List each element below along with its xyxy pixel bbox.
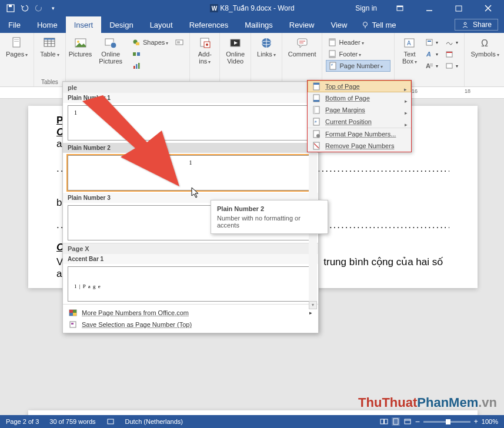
screenshot-button[interactable] [173, 36, 186, 48]
footer-button[interactable]: Footer [326, 48, 390, 60]
qat-customize-icon[interactable]: ▾ [48, 4, 58, 13]
gallery-save-label: Save Selection as Page Number (Top) [82, 321, 192, 328]
pages-icon [11, 36, 24, 49]
save-selection-icon [69, 320, 77, 329]
signature-button[interactable]: ▾ [443, 36, 460, 48]
online-pictures-icon [104, 36, 117, 49]
links-button[interactable]: Links [255, 35, 278, 59]
maximize-icon[interactable] [445, 0, 472, 16]
tab-home[interactable]: Home [29, 16, 66, 33]
addins-button[interactable]: Add-ins [193, 35, 216, 66]
tab-file[interactable]: File [0, 16, 29, 33]
zoom-value[interactable]: 100% [482, 418, 498, 425]
status-language[interactable]: Dutch (Netherlands) [125, 418, 183, 425]
drop-cap-button[interactable]: A▾ [423, 60, 440, 72]
online-video-button[interactable]: Online Video [223, 35, 247, 66]
share-button[interactable]: Share [455, 19, 498, 31]
close-icon[interactable] [475, 0, 502, 16]
svg-rect-68 [313, 106, 315, 113]
pictures-button[interactable]: Pictures [69, 35, 92, 59]
date-time-button[interactable] [443, 48, 460, 60]
menu-page-margins[interactable]: Page Margins [308, 104, 411, 116]
gallery-save-selection[interactable]: Save Selection as Page Number (Top) [63, 319, 318, 330]
group-header-footer: Header Footer # Page Number [322, 33, 395, 86]
svg-rect-5 [397, 6, 403, 7]
links-label: Links [257, 51, 276, 58]
zoom-slider[interactable] [423, 421, 470, 423]
header-button[interactable]: Header [326, 36, 390, 48]
tab-view[interactable]: View [322, 16, 355, 33]
status-page[interactable]: Page 2 of 3 [6, 418, 39, 425]
watermark-part3: .vn [478, 395, 497, 410]
status-words[interactable]: 30 of 759 words [49, 418, 95, 425]
save-icon[interactable] [6, 4, 15, 13]
gallery-more-office[interactable]: More Page Numbers from Office.com ▸ [63, 307, 318, 319]
pictures-label: Pictures [69, 51, 92, 58]
table-button[interactable]: Table [38, 35, 61, 59]
web-layout-icon[interactable] [403, 417, 412, 426]
group-links: Links [251, 33, 282, 86]
spellcheck-icon[interactable] [106, 417, 115, 426]
svg-rect-64 [313, 83, 319, 85]
symbols-icon: Ω [479, 36, 492, 49]
menu-bottom-of-page[interactable]: Bottom of Page [308, 92, 411, 104]
svg-rect-86 [405, 419, 410, 424]
zoom-out-icon[interactable]: − [415, 417, 420, 426]
tab-references[interactable]: References [181, 16, 236, 33]
margins-icon [312, 106, 321, 114]
gallery-label-accent1: Accent Bar 1 [63, 254, 318, 264]
smartart-button[interactable] [130, 48, 171, 60]
tab-review[interactable]: Review [281, 16, 323, 33]
tell-me-label: Tell me [372, 21, 396, 29]
footer-label: Footer [339, 51, 361, 58]
gallery-item-plain-number-1[interactable]: 1 [68, 105, 313, 141]
gallery-item-accent-bar-1[interactable]: 1 | P a g e [68, 266, 313, 302]
menu-current-position[interactable]: # Current Position [308, 116, 411, 128]
table-label: Table [40, 51, 59, 58]
menu-remove-page-numbers[interactable]: Remove Page Numbers [308, 140, 411, 152]
shapes-button[interactable]: Shapes [130, 36, 171, 48]
redo-icon[interactable] [34, 4, 44, 13]
sign-in-link[interactable]: Sign in [348, 4, 384, 12]
page-2[interactable] [28, 410, 478, 415]
page-number-button[interactable]: # Page Number [326, 60, 390, 72]
scroll-down-icon[interactable]: ▾ [309, 301, 317, 309]
object-button[interactable]: ▾ [443, 60, 460, 72]
pages-button[interactable]: Pages [4, 35, 30, 59]
minimize-icon[interactable] [416, 0, 443, 16]
tab-layout[interactable]: Layout [142, 16, 181, 33]
document-title: K8_Tuần 9.docx - Word [220, 4, 294, 12]
text-box-button[interactable]: A Text Box [398, 35, 420, 66]
smartart-icon [132, 50, 141, 58]
quick-parts-button[interactable]: ▾ [423, 36, 440, 48]
tell-me-search[interactable]: Tell me [355, 21, 396, 29]
undo-icon[interactable] [20, 4, 29, 13]
menu-top-of-page[interactable]: Top of Page [308, 81, 411, 92]
status-bar: Page 2 of 3 30 of 759 words Dutch (Nethe… [0, 415, 504, 428]
print-layout-icon[interactable] [392, 417, 400, 426]
watermark-part1: ThuThuat [358, 395, 417, 410]
wordart-button[interactable]: A▾ [423, 48, 440, 60]
online-pictures-button[interactable]: Online Pictures [94, 35, 128, 66]
group-illustrations: Pictures Online Pictures Shapes [66, 33, 191, 86]
tab-design[interactable]: Design [101, 16, 141, 33]
comment-icon [296, 36, 309, 49]
zoom-in-icon[interactable]: + [474, 417, 478, 426]
svg-rect-77 [73, 310, 76, 313]
menu-format-page-numbers[interactable]: Format Page Numbers... [308, 128, 411, 140]
page-number-icon: # [329, 62, 337, 70]
group-addins: Add-ins [190, 33, 220, 86]
chart-button[interactable] [130, 60, 171, 72]
date-icon [445, 50, 453, 58]
ribbon-display-icon[interactable] [386, 0, 413, 16]
group-pages: Pages [0, 33, 34, 86]
tab-insert[interactable]: Insert [66, 16, 102, 33]
svg-rect-46 [329, 39, 335, 41]
gallery-footer: More Page Numbers from Office.com ▸ Save… [63, 304, 318, 333]
comment-button[interactable]: Comment [286, 35, 319, 59]
symbols-button[interactable]: Ω Symbols [468, 35, 501, 59]
tab-mailings[interactable]: Mailings [236, 16, 281, 33]
gallery-item-plain-number-2[interactable]: 1 [68, 155, 313, 190]
title-bar: ▾ W K8_Tuần 9.docx - Word Sign in [0, 0, 504, 16]
read-mode-icon[interactable] [380, 417, 388, 426]
